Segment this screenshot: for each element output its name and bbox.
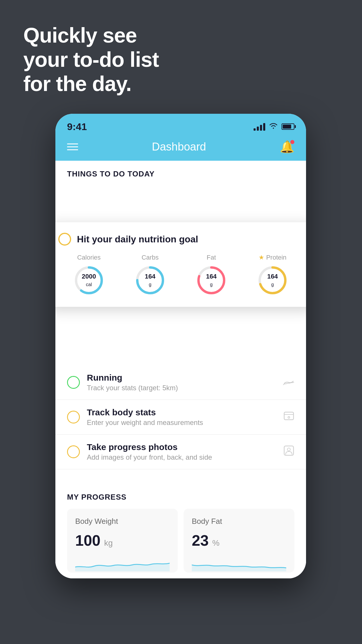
section-header: THINGS TO DO TODAY [55, 161, 306, 184]
todo-item-running[interactable]: Running Track your stats (target: 5km) [55, 365, 306, 400]
body-weight-value: 100 [75, 532, 101, 549]
fat-label: Fat [207, 254, 216, 261]
status-icons [254, 122, 294, 131]
progress-section: MY PROGRESS Body Weight 100 kg B [55, 481, 306, 578]
running-title: Running [87, 373, 276, 383]
photos-subtitle: Add images of your front, back, and side [87, 453, 276, 461]
star-icon: ★ [259, 254, 264, 261]
hamburger-menu[interactable] [67, 144, 78, 150]
app-content: THINGS TO DO TODAY Hit your daily nutrit… [55, 161, 306, 578]
running-subtitle: Track your stats (target: 5km) [87, 384, 276, 392]
wifi-icon [269, 122, 278, 131]
calories-label: Calories [77, 254, 101, 261]
body-fat-value: 23 [192, 532, 209, 549]
nav-bar: Dashboard 🔔 [55, 134, 306, 161]
todo-item-photos[interactable]: Take progress photos Add images of your … [55, 435, 306, 469]
calories-ring: 2000cal [73, 264, 105, 296]
carbs-item: Carbs 164g [134, 254, 166, 296]
notification-dot [290, 140, 294, 144]
calories-value: 2000cal [82, 273, 96, 288]
carbs-ring: 164g [134, 264, 166, 296]
card-title-row: Hit your daily nutrition goal [58, 233, 303, 246]
photos-title: Take progress photos [87, 442, 276, 452]
body-fat-chart [192, 554, 286, 571]
svg-point-12 [287, 448, 290, 451]
signal-bars-icon [254, 123, 265, 131]
body-stats-text: Track body stats Enter your weight and m… [87, 407, 276, 427]
svg-rect-8 [284, 412, 294, 420]
phone-mockup: 9:41 Dashboard [55, 114, 306, 578]
body-weight-unit: kg [104, 538, 113, 547]
fat-ring: 164g [195, 264, 227, 296]
status-bar: 9:41 [55, 114, 306, 134]
hero-text: Quickly see your to-do list for the day. [23, 23, 159, 96]
running-circle [67, 376, 80, 389]
body-weight-title: Body Weight [75, 517, 170, 526]
protein-item: ★ Protein 164g [256, 254, 289, 296]
fat-item: Fat 164g [195, 254, 227, 296]
bell-button[interactable]: 🔔 [280, 140, 294, 154]
body-weight-value-row: 100 kg [75, 532, 170, 549]
protein-label: Protein [266, 254, 287, 261]
body-fat-title: Body Fat [192, 517, 286, 526]
protein-value: 164g [267, 273, 278, 288]
todo-item-body-stats[interactable]: Track body stats Enter your weight and m… [55, 400, 306, 435]
svg-point-10 [288, 416, 290, 418]
body-fat-unit: % [212, 538, 219, 547]
running-text: Running Track your stats (target: 5km) [87, 373, 276, 392]
photos-circle [67, 445, 80, 458]
body-stats-circle [67, 411, 80, 424]
body-stats-title: Track body stats [87, 407, 276, 417]
body-fat-value-row: 23 % [192, 532, 286, 549]
scale-icon [283, 410, 294, 424]
person-icon [283, 445, 294, 459]
battery-icon [282, 123, 294, 130]
progress-cards: Body Weight 100 kg Body Fat 23 % [67, 509, 294, 578]
fat-value: 164g [206, 273, 217, 288]
nav-title: Dashboard [152, 141, 206, 153]
calories-item: Calories 2000cal [73, 254, 105, 296]
running-icon [283, 376, 294, 388]
protein-label-row: ★ Protein [259, 254, 287, 261]
status-time: 9:41 [67, 121, 87, 132]
goal-circle-check[interactable] [58, 233, 71, 246]
body-stats-subtitle: Enter your weight and measurements [87, 419, 276, 427]
card-title: Hit your daily nutrition goal [77, 234, 198, 245]
body-weight-chart [75, 554, 170, 571]
carbs-label: Carbs [142, 254, 159, 261]
carbs-value: 164g [145, 273, 156, 288]
body-fat-card[interactable]: Body Fat 23 % [184, 509, 294, 573]
things-to-do-title: THINGS TO DO TODAY [67, 169, 155, 178]
protein-ring: 164g [256, 264, 289, 296]
nutrition-row: Calories 2000cal Carbs [58, 254, 303, 296]
nutrition-card: Hit your daily nutrition goal Calories 2… [55, 222, 306, 307]
photos-text: Take progress photos Add images of your … [87, 442, 276, 461]
body-weight-card[interactable]: Body Weight 100 kg [67, 509, 178, 573]
progress-header: MY PROGRESS [67, 493, 294, 502]
